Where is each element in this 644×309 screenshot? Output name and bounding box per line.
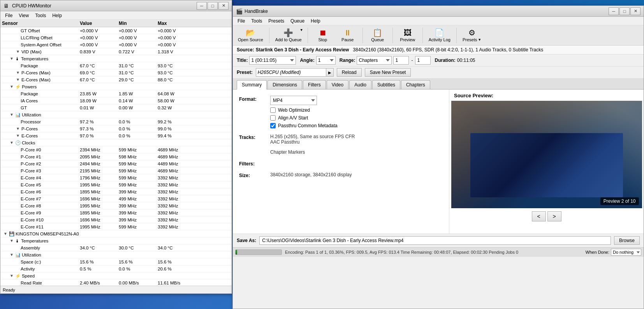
presets-button[interactable]: ⚙ Presets▼ [460, 27, 484, 44]
sensor-name: E-Core #6 [2, 190, 80, 194]
format-group: MP4 Web Optimized Align A/V Start Passth… [270, 96, 338, 128]
hb-menu-tools[interactable]: Tools [248, 18, 265, 25]
activity-log-button[interactable]: 📄 Activity Log [426, 27, 453, 44]
hb-menu-file[interactable]: File [234, 18, 248, 25]
cpuid-table-body[interactable]: GT Offset +0.000 V +0.000 V +0.000 V LLC… [0, 27, 232, 292]
table-row: Activity 0.5 % 0.0 % 20.6 % [0, 265, 232, 272]
sensor-max: 3392 MHz [158, 190, 197, 194]
sensor-max: 93.0 °C [158, 63, 197, 68]
toolbar-sep-5 [422, 28, 423, 43]
add-to-queue-button[interactable]: ➕ Add to Queue ▼ [273, 27, 304, 44]
sensor-name: Activity [2, 267, 80, 271]
sensor-min: 599 MHz [119, 162, 158, 166]
tracks-value: H.265 (x265), Same as source FPS CFR AAC… [270, 134, 355, 155]
preview-next-button[interactable]: > [547, 211, 561, 221]
table-row: P-Core #3 2195 MHz 599 MHz 4689 MHz [0, 167, 232, 174]
sensor-name: E-Core #5 [2, 183, 80, 187]
sensor-name: P-Core #0 [2, 147, 80, 152]
range-to-input[interactable] [415, 56, 431, 65]
when-done-select[interactable]: Do nothing [611, 249, 641, 256]
cpuid-menu-help[interactable]: Help [49, 12, 65, 19]
reload-preset-button[interactable]: Reload [337, 68, 362, 77]
open-source-button[interactable]: 📂 Open Source [235, 27, 266, 44]
table-row: GT 0.01 W 0.00 W 0.32 W [0, 104, 232, 111]
toolbar-sep-4 [392, 28, 393, 43]
cpuid-menu-tools[interactable]: Tools [32, 12, 49, 19]
sensor-name: E-Core #10 [2, 218, 80, 222]
angle-select[interactable]: 1 [316, 56, 336, 65]
range-type-select[interactable]: Chapters [357, 56, 392, 65]
sensor-value: 1995 MHz [80, 183, 119, 187]
pause-icon: ⏸ [344, 29, 352, 37]
tab-filters[interactable]: Filters [303, 80, 326, 89]
cpuid-menu-view[interactable]: View [16, 12, 32, 19]
queue-button[interactable]: 📋 Queue [366, 27, 389, 44]
tab-subtitles[interactable]: Subtitles [372, 80, 400, 89]
sensor-min: 0.0 % [119, 119, 158, 124]
hb-when-done: When Done: Do nothing [586, 249, 641, 256]
sensor-min: 599 MHz [119, 176, 158, 180]
preview-prev-button[interactable]: < [532, 211, 546, 221]
format-row: Format: MP4 Web Optimized Align A/V Star… [239, 96, 443, 128]
table-row: ▼P-Cores (Max) 69.0 °C 31.0 °C 93.0 °C [0, 69, 232, 76]
saveas-path-input[interactable] [259, 236, 611, 245]
passthru-checkbox[interactable] [270, 123, 276, 128]
source-name: Starlink Gen 3 Dish - Early Access Revie… [256, 47, 349, 53]
format-select[interactable]: MP4 [270, 96, 317, 105]
range-from-input[interactable] [393, 56, 409, 65]
stop-button[interactable]: ⏹ Stop [311, 27, 334, 44]
tab-video[interactable]: Video [327, 80, 348, 89]
hb-menu-presets[interactable]: Presets [265, 18, 287, 25]
sensor-min: 399 MHz [119, 204, 158, 208]
size-row: Size: 3840x2160 storage, 3840x2160 displ… [239, 172, 443, 178]
source-label: Source: [237, 47, 254, 53]
save-new-preset-button[interactable]: Save New Preset [365, 68, 411, 77]
tab-chapters[interactable]: Chapters [401, 80, 430, 89]
hb-progress-bar-wrap: Encoding: Pass 1 of 1, 03.36%, FPS: 009.… [233, 247, 644, 257]
tracks-row: Tracks: H.265 (x265), Same as source FPS… [239, 134, 443, 155]
sensor-name: ▼VID (Max) [2, 49, 80, 54]
sensor-max: +0.000 V [158, 35, 197, 40]
cpuid-maximize-btn[interactable]: □ [208, 2, 218, 10]
sensor-min: 29.0 °C [119, 77, 158, 82]
hb-app-icon: 🎬 [236, 8, 242, 14]
sensor-value: 2394 MHz [80, 147, 119, 152]
tab-audio[interactable]: Audio [349, 80, 371, 89]
preset-dropdown-btn[interactable]: ▶ [326, 68, 334, 77]
preview-label: Preview [400, 37, 415, 42]
duration-group: Duration: 00:11:05 [435, 58, 475, 63]
browse-button[interactable]: Browse [614, 236, 640, 245]
sensor-min: 0.00 MB/s [119, 281, 158, 285]
preview-title: Source Preview: [452, 93, 493, 98]
table-row: Package 67.0 °C 31.0 °C 93.0 °C [0, 62, 232, 69]
sensor-value: 1895 MHz [80, 211, 119, 215]
cpuid-menu-file[interactable]: File [2, 12, 16, 19]
table-row: ▼VID (Max) 0.839 V 0.722 V 1.318 V [0, 48, 232, 55]
web-optimized-checkbox[interactable] [270, 107, 276, 113]
sensor-max: 99.0 % [158, 126, 197, 131]
angle-group: Angle: 1 [300, 56, 335, 65]
sensor-name: P-Core #1 [2, 154, 80, 159]
title-select[interactable]: 1 (00:11:05) [249, 56, 296, 65]
sensor-value: 2.40 MB/s [80, 281, 119, 285]
sensor-min: 0.14 W [119, 98, 158, 103]
sensor-name: ▼🌡Temperatures [2, 56, 80, 61]
pause-button[interactable]: ⏸ Pause [336, 27, 359, 44]
hb-maximize-btn[interactable]: □ [619, 7, 630, 15]
sensor-name: ▼📊Utilization [2, 252, 80, 258]
hb-close-btn[interactable]: ✕ [630, 7, 640, 15]
cpuid-minimize-btn[interactable]: ─ [197, 2, 207, 10]
hb-menu-help[interactable]: Help [308, 18, 324, 25]
align-av-checkbox[interactable] [270, 115, 276, 121]
preset-input[interactable] [256, 68, 334, 77]
col-value: Value [80, 21, 119, 26]
align-av-label: Align A/V Start [278, 115, 308, 121]
cpuid-close-btn[interactable]: ✕ [218, 2, 229, 10]
table-row: Space (c:) 15.6 % 15.6 % 15.6 % [0, 258, 232, 265]
toolbar-sep-1 [269, 28, 269, 43]
tab-dimensions[interactable]: Dimensions [267, 80, 302, 89]
tab-summary[interactable]: Summary [237, 80, 267, 90]
hb-menu-queue[interactable]: Queue [287, 18, 308, 25]
hb-minimize-btn[interactable]: ─ [609, 7, 619, 15]
preview-button[interactable]: 🖼 Preview [396, 27, 419, 44]
